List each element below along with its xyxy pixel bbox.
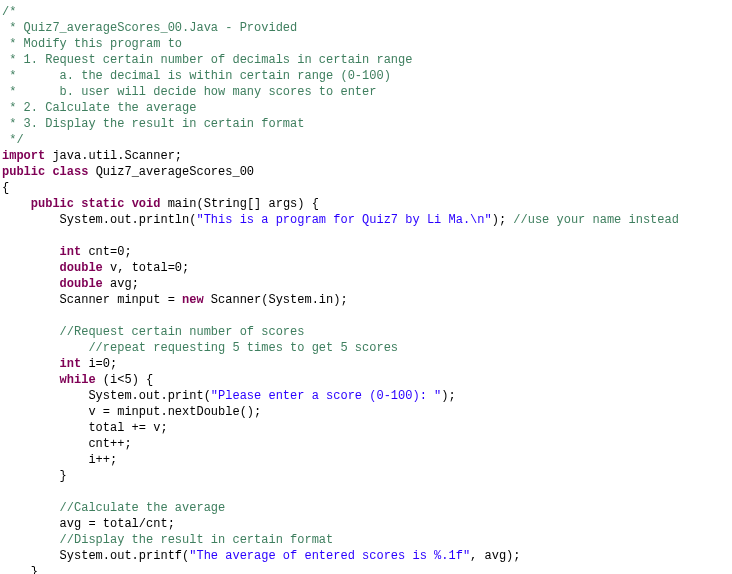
while-condition: (i<5) { bbox=[96, 373, 154, 387]
string-literal: "The average of entered scores is %.1f" bbox=[189, 549, 470, 563]
keyword-static: static bbox=[81, 197, 124, 211]
code-text: System.out.printf( bbox=[2, 549, 189, 563]
import-statement: java.util.Scanner; bbox=[45, 149, 182, 163]
keyword-int: int bbox=[60, 357, 82, 371]
code-text: total += v; bbox=[2, 421, 168, 435]
code-text: cnt++; bbox=[2, 437, 132, 451]
var-decl: avg; bbox=[103, 277, 139, 291]
keyword-void: void bbox=[132, 197, 161, 211]
brace-close: } bbox=[2, 469, 67, 483]
keyword-class: class bbox=[52, 165, 88, 179]
keyword-double: double bbox=[60, 261, 103, 275]
comment-line: * Modify this program to bbox=[2, 37, 182, 51]
comment-inline: //use your name instead bbox=[513, 213, 679, 227]
code-text: v = minput.nextDouble(); bbox=[2, 405, 261, 419]
keyword-new: new bbox=[182, 293, 204, 307]
code-text: ); bbox=[492, 213, 514, 227]
comment-line: //Display the result in certain format bbox=[60, 533, 334, 547]
string-literal: "Please enter a score (0-100): " bbox=[211, 389, 441, 403]
var-decl: i=0; bbox=[81, 357, 117, 371]
keyword-public: public bbox=[31, 197, 74, 211]
keyword-public: public bbox=[2, 165, 45, 179]
string-literal: "This is a program for Quiz7 by Li Ma.\n… bbox=[196, 213, 491, 227]
java-source-code: /* * Quiz7_averageScores_00.Java - Provi… bbox=[0, 0, 732, 574]
comment-line: */ bbox=[2, 133, 24, 147]
keyword-int: int bbox=[60, 245, 82, 259]
code-text: avg = total/cnt; bbox=[2, 517, 175, 531]
comment-line: * 3. Display the result in certain forma… bbox=[2, 117, 304, 131]
keyword-while: while bbox=[60, 373, 96, 387]
code-text: , avg); bbox=[470, 549, 520, 563]
comment-line: //Request certain number of scores bbox=[60, 325, 305, 339]
comment-line: * Quiz7_averageScores_00.Java - Provided bbox=[2, 21, 297, 35]
var-decl: cnt=0; bbox=[81, 245, 131, 259]
class-name: Quiz7_averageScores_00 bbox=[88, 165, 254, 179]
comment-line: * 2. Calculate the average bbox=[2, 101, 196, 115]
brace-open: { bbox=[2, 181, 9, 195]
comment-line: //repeat requesting 5 times to get 5 sco… bbox=[88, 341, 398, 355]
comment-line: * b. user will decide how many scores to… bbox=[2, 85, 376, 99]
var-decl: v, total=0; bbox=[103, 261, 189, 275]
code-text: System.out.println( bbox=[2, 213, 196, 227]
keyword-double: double bbox=[60, 277, 103, 291]
comment-line: //Calculate the average bbox=[60, 501, 226, 515]
keyword-import: import bbox=[2, 149, 45, 163]
code-text: Scanner minput = bbox=[2, 293, 182, 307]
comment-line: /* bbox=[2, 5, 16, 19]
code-text: i++; bbox=[2, 453, 117, 467]
code-text: ); bbox=[441, 389, 455, 403]
brace-close: } bbox=[2, 565, 38, 574]
comment-line: * a. the decimal is within certain range… bbox=[2, 69, 391, 83]
code-text: System.out.print( bbox=[2, 389, 211, 403]
code-text: Scanner(System.in); bbox=[204, 293, 348, 307]
comment-line: * 1. Request certain number of decimals … bbox=[2, 53, 412, 67]
main-signature: main(String[] args) { bbox=[160, 197, 318, 211]
